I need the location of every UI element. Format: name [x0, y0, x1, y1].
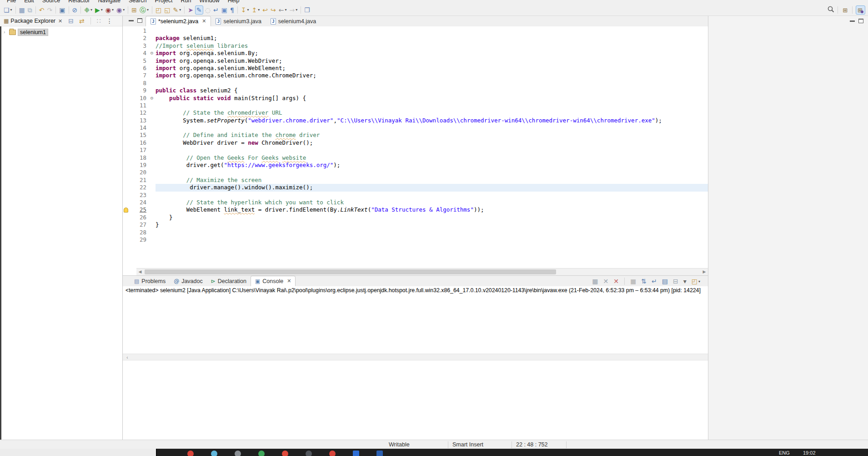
open-element-icon[interactable]: ➤: [187, 5, 194, 15]
taskbar-app-icon[interactable]: [329, 451, 336, 456]
code-text[interactable]: }: [156, 214, 708, 221]
code-text[interactable]: [156, 80, 708, 87]
taskbar-app-icon[interactable]: [187, 451, 194, 456]
code-text[interactable]: public static void main(String[] args) {: [156, 95, 708, 102]
code-text[interactable]: System.setProperty("webdriver.chrome.dri…: [156, 117, 708, 124]
editor-tab-selenium4.java[interactable]: Jselenium4.java: [266, 16, 321, 26]
code-text[interactable]: WebDriver driver = new ChromeDriver();: [156, 139, 708, 147]
forward-icon[interactable]: →▾: [289, 5, 299, 15]
scroll-left-icon[interactable]: ◀: [136, 269, 144, 275]
run-icon[interactable]: ▶▾: [94, 5, 104, 15]
display-selected-console-icon[interactable]: ▾: [682, 277, 687, 286]
menu-window[interactable]: Window: [195, 0, 223, 4]
editor-tab-selenium2.java[interactable]: J*selenium2.java✕: [146, 16, 211, 26]
code-text[interactable]: import org.openqa.selenium.chrome.Chrome…: [156, 72, 708, 79]
code-text[interactable]: public class selenium2 {: [156, 87, 708, 94]
code-text[interactable]: [156, 236, 708, 243]
menu-project[interactable]: Project: [151, 0, 177, 4]
code-text[interactable]: // Maximize the screen: [156, 177, 708, 184]
open-folder-icon[interactable]: ◱: [163, 5, 171, 15]
open-console-icon[interactable]: ◰▾: [691, 277, 701, 286]
view-tab-declaration[interactable]: ⊳Declaration: [207, 276, 251, 286]
taskbar-app-icon[interactable]: [258, 451, 265, 456]
maximize-icon[interactable]: [137, 18, 142, 23]
tree-item-selenium1[interactable]: ›selenium1: [0, 28, 122, 36]
code-text[interactable]: WebElement link_text = driver.findElemen…: [156, 206, 708, 213]
scrollbar-thumb[interactable]: [145, 269, 556, 274]
dropdown-caret-icon[interactable]: ▾: [112, 8, 114, 12]
undo-icon[interactable]: ↶: [38, 5, 45, 15]
console-horizontal-scrollbar[interactable]: ‹: [123, 354, 708, 360]
menu-search[interactable]: Search: [125, 0, 151, 4]
code-text[interactable]: // State the hyperlink which you want to…: [156, 199, 708, 206]
save-all-icon[interactable]: ⧉: [27, 5, 33, 15]
word-wrap-icon[interactable]: ↵: [651, 277, 658, 286]
menu-file[interactable]: File: [3, 0, 20, 4]
code-text[interactable]: [156, 229, 708, 236]
view-tab-javadoc[interactable]: @Javadoc: [170, 276, 207, 286]
remove-all-terminated-icon[interactable]: ✕: [612, 277, 620, 286]
view-tab-console[interactable]: ▣Console✕: [251, 276, 296, 286]
maximize-icon[interactable]: [858, 19, 863, 23]
save-icon[interactable]: ▦: [18, 5, 26, 15]
skip-breakpoints-icon[interactable]: ⊘: [71, 5, 79, 15]
dropdown-caret-icon[interactable]: ▾: [179, 8, 181, 12]
link-with-editor-icon[interactable]: ⇄: [78, 16, 85, 25]
code-text[interactable]: [156, 27, 708, 35]
close-icon[interactable]: ✕: [202, 18, 206, 24]
terminate-icon[interactable]: ■: [629, 277, 637, 286]
taskbar-app-icon[interactable]: [306, 451, 312, 456]
view-menu-icon[interactable]: ⋮: [105, 16, 114, 25]
dropdown-caret-icon[interactable]: ▾: [101, 8, 103, 12]
dropdown-caret-icon[interactable]: ▾: [147, 8, 149, 12]
new-java-project-icon[interactable]: ⊞: [130, 5, 138, 15]
code-text[interactable]: package selenium1;: [156, 35, 708, 42]
editor-tab-selenium3.java[interactable]: Jselenium3.java: [211, 16, 266, 26]
minimize-icon[interactable]: [129, 20, 134, 21]
dropdown-caret-icon[interactable]: ▾: [247, 8, 249, 12]
dropdown-caret-icon[interactable]: ▾: [10, 8, 12, 12]
open-console-icon[interactable]: ▣: [58, 5, 66, 15]
previous-annotation-icon[interactable]: ↥▾: [251, 5, 261, 15]
expand-chevron-icon[interactable]: ›: [4, 30, 9, 35]
code-text[interactable]: import org.openqa.selenium.WebDriver;: [156, 57, 708, 65]
taskbar-clock[interactable]: 19:02: [803, 450, 816, 456]
last-edit-back-icon[interactable]: ↩: [261, 5, 269, 15]
last-edit-forward-icon[interactable]: ↪: [270, 5, 277, 15]
organize-imports-icon[interactable]: ◌: [204, 5, 211, 15]
menu-navigate[interactable]: Navigate: [94, 0, 125, 4]
mark-occurrences-icon[interactable]: ▣: [221, 5, 228, 15]
taskbar-app-icon[interactable]: [211, 451, 217, 456]
pin-console-icon[interactable]: ⊟: [672, 277, 679, 286]
minimize-icon[interactable]: [850, 20, 855, 22]
code-text[interactable]: [156, 169, 708, 176]
dropdown-caret-icon[interactable]: ▾: [258, 8, 260, 12]
taskbar-app-icon[interactable]: [353, 451, 359, 456]
editor-horizontal-scrollbar[interactable]: ◀ ▶: [136, 268, 708, 275]
taskbar-window-peek[interactable]: [0, 449, 157, 456]
scroll-left-icon[interactable]: ‹: [124, 354, 131, 361]
menu-help[interactable]: Help: [224, 0, 244, 4]
format-icon[interactable]: ✎: [195, 5, 203, 15]
code-text[interactable]: import org.openqa.selenium.WebElement;: [156, 65, 708, 72]
taskbar-app-icon[interactable]: [282, 451, 288, 456]
remove-launch-icon[interactable]: ✕: [602, 277, 610, 286]
close-icon[interactable]: ✕: [287, 278, 291, 284]
dropdown-caret-icon[interactable]: ▾: [123, 8, 125, 12]
new-class-icon[interactable]: Ⓖ▾: [139, 5, 150, 15]
menu-edit[interactable]: Edit: [20, 0, 38, 4]
next-annotation-icon[interactable]: ↧▾: [240, 5, 250, 15]
code-text[interactable]: [156, 102, 708, 109]
dropdown-caret-icon[interactable]: ▾: [296, 8, 297, 12]
search-icon[interactable]: [828, 6, 834, 14]
code-text[interactable]: driver.get("https://www.geeksforgeeks.or…: [156, 162, 708, 169]
close-icon[interactable]: ✕: [58, 18, 62, 24]
menu-refactor[interactable]: Refactor: [64, 0, 94, 4]
next-edit-icon[interactable]: ↵: [212, 5, 220, 15]
open-jar-icon[interactable]: ◰: [155, 5, 162, 15]
pin-editor-icon[interactable]: ❐: [303, 5, 311, 15]
code-text[interactable]: import org.openqa.selenium.By;: [156, 50, 708, 57]
open-perspective-icon[interactable]: ⊞: [841, 5, 849, 15]
java-perspective-icon[interactable]: ⊞: [856, 5, 865, 15]
warning-icon[interactable]: [124, 208, 128, 213]
